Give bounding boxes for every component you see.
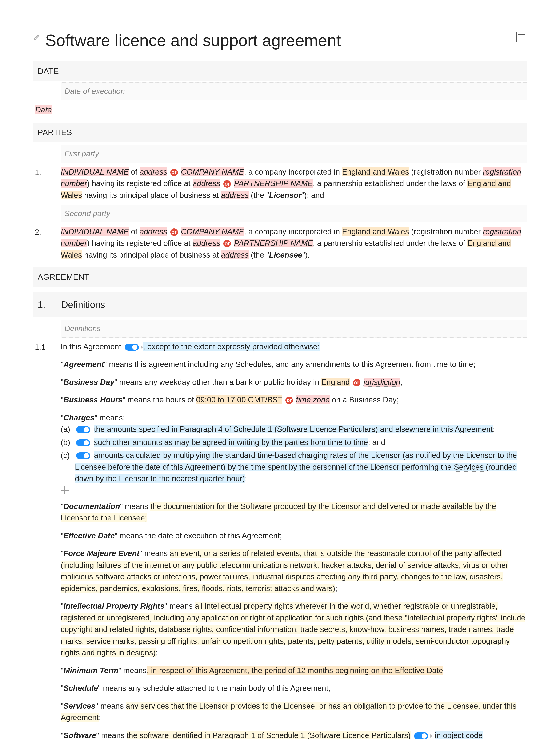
toggle-icon[interactable] (76, 426, 90, 433)
or-pill[interactable]: or (223, 180, 231, 188)
or-pill[interactable]: or (353, 379, 361, 387)
p1-partnership[interactable]: PARTNERSHIP NAME (234, 179, 313, 188)
def-agreement: "Agreement" means this agreement includi… (61, 358, 527, 370)
p2-name[interactable]: INDIVIDUAL NAME (61, 227, 129, 236)
p1-addr[interactable]: address (140, 167, 167, 176)
add-icon[interactable] (61, 486, 69, 494)
section-definitions-head: 1.Definitions (33, 292, 527, 317)
party1-num: 1. (33, 166, 61, 178)
or-pill[interactable]: or (170, 169, 178, 176)
def-software: "Software" means the software identified… (61, 730, 527, 739)
definitions-sublabel: Definitions (61, 320, 527, 337)
def-schedule: "Schedule" means any schedule attached t… (61, 682, 527, 694)
toc-icon[interactable] (516, 31, 527, 42)
def-services: "Services" means any services that the L… (61, 700, 527, 724)
def-documentation: "Documentation" means the documentation … (61, 500, 527, 524)
charges-c-label: (c) (61, 449, 75, 461)
p1-company[interactable]: COMPANY NAME (181, 167, 244, 176)
p2-addr[interactable]: address (140, 227, 167, 236)
second-party-label: Second party (61, 204, 527, 223)
def-min-term: "Minimum Term" means, in respect of this… (61, 665, 527, 677)
or-pill[interactable]: or (170, 229, 178, 236)
section-parties-head: PARTIES (33, 123, 527, 142)
or-pill[interactable]: or (223, 240, 231, 248)
toggle-icon[interactable] (125, 344, 139, 351)
charges-b-label: (b) (61, 437, 75, 448)
section-agreement-head: AGREEMENT (33, 267, 527, 287)
chevron-icon[interactable] (430, 734, 432, 738)
p2-addr3[interactable]: address (221, 251, 249, 259)
p1-role: Licensor (269, 191, 301, 199)
or-pill[interactable]: or (285, 397, 293, 404)
edit-icon[interactable] (33, 32, 42, 42)
def-fme: "Force Majeure Event" means an event, or… (61, 548, 527, 594)
date-sublabel: Date of execution (61, 82, 527, 100)
p2-jur[interactable]: England and Wales (342, 227, 409, 236)
def-business-day: "Business Day" means any weekday other t… (61, 376, 527, 388)
p1-addr2[interactable]: address (193, 179, 220, 188)
def-effective-date: "Effective Date" means the date of execu… (61, 530, 527, 542)
p2-addr2[interactable]: address (193, 239, 220, 248)
toggle-icon[interactable] (414, 732, 428, 739)
charges-a-label: (a) (61, 423, 75, 435)
p1-addr3[interactable]: address (221, 191, 249, 199)
clause-1-1-intro: In this Agreement , except to the extent… (61, 341, 527, 352)
section-date-head: DATE (33, 61, 527, 81)
date-value[interactable]: Date (35, 105, 52, 114)
clause-1-1-num: 1.1 (33, 341, 61, 353)
def-business-hours: "Business Hours" means the hours of 09:0… (61, 394, 527, 406)
p2-partnership[interactable]: PARTNERSHIP NAME (234, 239, 313, 248)
toggle-icon[interactable] (76, 439, 90, 446)
first-party-label: First party (61, 145, 527, 163)
p1-jur[interactable]: England and Wales (342, 167, 409, 176)
party2-num: 2. (33, 226, 61, 238)
p2-role: Licensee (269, 251, 302, 259)
toggle-icon[interactable] (76, 452, 90, 459)
p2-company[interactable]: COMPANY NAME (181, 227, 244, 236)
p1-name[interactable]: INDIVIDUAL NAME (61, 167, 129, 176)
def-charges: "Charges" means: (a) the amounts specifi… (61, 412, 527, 494)
party1-body: INDIVIDUAL NAME of address or COMPANY NA… (61, 166, 527, 201)
chevron-icon[interactable] (141, 345, 143, 349)
party2-body: INDIVIDUAL NAME of address or COMPANY NA… (61, 226, 527, 261)
def-ipr: "Intellectual Property Rights" means all… (61, 600, 527, 658)
page-title: Software licence and support agreement (45, 28, 516, 53)
